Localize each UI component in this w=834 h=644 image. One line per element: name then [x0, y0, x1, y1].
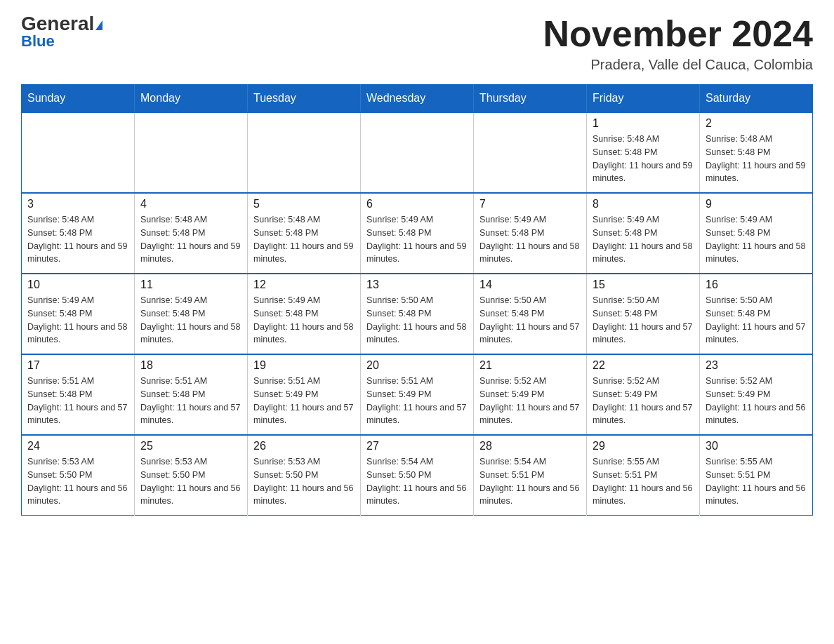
calendar-cell: 8Sunrise: 5:49 AMSunset: 5:48 PMDaylight…	[587, 193, 700, 274]
calendar-cell: 21Sunrise: 5:52 AMSunset: 5:49 PMDayligh…	[474, 354, 587, 435]
calendar-cell: 23Sunrise: 5:52 AMSunset: 5:49 PMDayligh…	[700, 354, 813, 435]
day-number: 15	[593, 279, 694, 291]
title-area: November 2024 Pradera, Valle del Cauca, …	[543, 14, 813, 73]
calendar-cell: 26Sunrise: 5:53 AMSunset: 5:50 PMDayligh…	[248, 435, 361, 516]
calendar-cell: 12Sunrise: 5:49 AMSunset: 5:48 PMDayligh…	[248, 274, 361, 354]
day-number: 8	[593, 198, 694, 210]
day-info: Sunrise: 5:55 AMSunset: 5:51 PMDaylight:…	[593, 455, 694, 508]
day-number: 22	[593, 359, 694, 372]
day-number: 9	[706, 198, 807, 210]
calendar-cell	[248, 112, 361, 193]
week-row-5: 24Sunrise: 5:53 AMSunset: 5:50 PMDayligh…	[22, 435, 813, 516]
day-info: Sunrise: 5:48 AMSunset: 5:48 PMDaylight:…	[140, 213, 241, 266]
calendar-cell: 3Sunrise: 5:48 AMSunset: 5:48 PMDaylight…	[22, 193, 135, 274]
day-number: 7	[479, 198, 581, 210]
calendar-header: SundayMondayTuesdayWednesdayThursdayFrid…	[22, 85, 813, 113]
day-info: Sunrise: 5:53 AMSunset: 5:50 PMDaylight:…	[140, 455, 241, 508]
day-of-week-monday: Monday	[135, 85, 248, 113]
day-info: Sunrise: 5:48 AMSunset: 5:48 PMDaylight:…	[27, 213, 128, 266]
day-number: 4	[140, 198, 241, 210]
week-row-3: 10Sunrise: 5:49 AMSunset: 5:48 PMDayligh…	[22, 274, 813, 354]
day-info: Sunrise: 5:53 AMSunset: 5:50 PMDaylight:…	[27, 455, 128, 508]
day-number: 29	[593, 440, 694, 452]
header: General Blue November 2024 Pradera, Vall…	[21, 14, 813, 73]
day-number: 17	[27, 359, 128, 372]
day-number: 14	[479, 279, 581, 291]
location-title: Pradera, Valle del Cauca, Colombia	[543, 57, 813, 73]
day-info: Sunrise: 5:49 AMSunset: 5:48 PMDaylight:…	[366, 213, 468, 266]
calendar-cell: 14Sunrise: 5:50 AMSunset: 5:48 PMDayligh…	[474, 274, 587, 354]
day-info: Sunrise: 5:54 AMSunset: 5:51 PMDaylight:…	[479, 455, 581, 508]
day-info: Sunrise: 5:51 AMSunset: 5:48 PMDaylight:…	[27, 375, 128, 427]
day-info: Sunrise: 5:49 AMSunset: 5:48 PMDaylight:…	[27, 294, 128, 347]
logo-general-text: General	[21, 14, 102, 34]
calendar-cell: 24Sunrise: 5:53 AMSunset: 5:50 PMDayligh…	[22, 435, 135, 516]
day-number: 2	[706, 117, 807, 130]
day-info: Sunrise: 5:50 AMSunset: 5:48 PMDaylight:…	[706, 294, 807, 347]
day-info: Sunrise: 5:54 AMSunset: 5:50 PMDaylight:…	[366, 455, 468, 508]
calendar-cell: 27Sunrise: 5:54 AMSunset: 5:50 PMDayligh…	[361, 435, 474, 516]
day-number: 19	[253, 359, 355, 372]
calendar-cell: 18Sunrise: 5:51 AMSunset: 5:48 PMDayligh…	[135, 354, 248, 435]
day-of-week-tuesday: Tuesday	[248, 85, 361, 113]
calendar-cell: 28Sunrise: 5:54 AMSunset: 5:51 PMDayligh…	[474, 435, 587, 516]
calendar-cell: 1Sunrise: 5:48 AMSunset: 5:48 PMDaylight…	[587, 112, 700, 193]
day-info: Sunrise: 5:52 AMSunset: 5:49 PMDaylight:…	[706, 375, 807, 427]
day-of-week-wednesday: Wednesday	[361, 85, 474, 113]
day-number: 30	[706, 440, 807, 452]
week-row-1: 1Sunrise: 5:48 AMSunset: 5:48 PMDaylight…	[22, 112, 813, 193]
day-info: Sunrise: 5:48 AMSunset: 5:48 PMDaylight:…	[593, 133, 694, 185]
day-number: 20	[366, 359, 468, 372]
days-of-week-row: SundayMondayTuesdayWednesdayThursdayFrid…	[22, 85, 813, 113]
day-number: 5	[253, 198, 355, 210]
day-of-week-saturday: Saturday	[700, 85, 813, 113]
calendar-cell: 29Sunrise: 5:55 AMSunset: 5:51 PMDayligh…	[587, 435, 700, 516]
calendar-cell	[361, 112, 474, 193]
day-number: 16	[706, 279, 807, 291]
logo-blue-text: Blue	[21, 32, 55, 51]
day-of-week-friday: Friday	[587, 85, 700, 113]
day-number: 18	[140, 359, 241, 372]
logo-triangle-icon	[95, 20, 102, 30]
calendar-cell: 4Sunrise: 5:48 AMSunset: 5:48 PMDaylight…	[135, 193, 248, 274]
calendar-cell: 7Sunrise: 5:49 AMSunset: 5:48 PMDaylight…	[474, 193, 587, 274]
calendar-cell: 17Sunrise: 5:51 AMSunset: 5:48 PMDayligh…	[22, 354, 135, 435]
calendar-table: SundayMondayTuesdayWednesdayThursdayFrid…	[21, 84, 813, 516]
calendar-cell: 16Sunrise: 5:50 AMSunset: 5:48 PMDayligh…	[700, 274, 813, 354]
day-info: Sunrise: 5:48 AMSunset: 5:48 PMDaylight:…	[253, 213, 355, 266]
calendar-cell: 9Sunrise: 5:49 AMSunset: 5:48 PMDaylight…	[700, 193, 813, 274]
calendar-cell: 6Sunrise: 5:49 AMSunset: 5:48 PMDaylight…	[361, 193, 474, 274]
day-number: 21	[479, 359, 581, 372]
day-info: Sunrise: 5:50 AMSunset: 5:48 PMDaylight:…	[593, 294, 694, 347]
week-row-2: 3Sunrise: 5:48 AMSunset: 5:48 PMDaylight…	[22, 193, 813, 274]
calendar-cell: 13Sunrise: 5:50 AMSunset: 5:48 PMDayligh…	[361, 274, 474, 354]
calendar-cell: 10Sunrise: 5:49 AMSunset: 5:48 PMDayligh…	[22, 274, 135, 354]
day-info: Sunrise: 5:50 AMSunset: 5:48 PMDaylight:…	[479, 294, 581, 347]
day-number: 10	[27, 279, 128, 291]
day-info: Sunrise: 5:49 AMSunset: 5:48 PMDaylight:…	[593, 213, 694, 266]
day-info: Sunrise: 5:51 AMSunset: 5:48 PMDaylight:…	[140, 375, 241, 427]
calendar-cell	[22, 112, 135, 193]
calendar-cell: 2Sunrise: 5:48 AMSunset: 5:48 PMDaylight…	[700, 112, 813, 193]
day-number: 26	[253, 440, 355, 452]
calendar-body: 1Sunrise: 5:48 AMSunset: 5:48 PMDaylight…	[22, 112, 813, 516]
day-info: Sunrise: 5:55 AMSunset: 5:51 PMDaylight:…	[706, 455, 807, 508]
day-info: Sunrise: 5:49 AMSunset: 5:48 PMDaylight:…	[253, 294, 355, 347]
calendar-cell: 5Sunrise: 5:48 AMSunset: 5:48 PMDaylight…	[248, 193, 361, 274]
calendar-cell: 19Sunrise: 5:51 AMSunset: 5:49 PMDayligh…	[248, 354, 361, 435]
day-number: 25	[140, 440, 241, 452]
calendar-cell: 30Sunrise: 5:55 AMSunset: 5:51 PMDayligh…	[700, 435, 813, 516]
day-of-week-thursday: Thursday	[474, 85, 587, 113]
calendar-cell	[135, 112, 248, 193]
day-info: Sunrise: 5:51 AMSunset: 5:49 PMDaylight:…	[253, 375, 355, 427]
day-info: Sunrise: 5:48 AMSunset: 5:48 PMDaylight:…	[706, 133, 807, 185]
logo: General Blue	[21, 14, 102, 51]
day-number: 6	[366, 198, 468, 210]
day-number: 12	[253, 279, 355, 291]
day-number: 1	[593, 117, 694, 130]
calendar-cell: 22Sunrise: 5:52 AMSunset: 5:49 PMDayligh…	[587, 354, 700, 435]
day-number: 3	[27, 198, 128, 210]
day-info: Sunrise: 5:50 AMSunset: 5:48 PMDaylight:…	[366, 294, 468, 347]
day-of-week-sunday: Sunday	[22, 85, 135, 113]
calendar-cell	[474, 112, 587, 193]
